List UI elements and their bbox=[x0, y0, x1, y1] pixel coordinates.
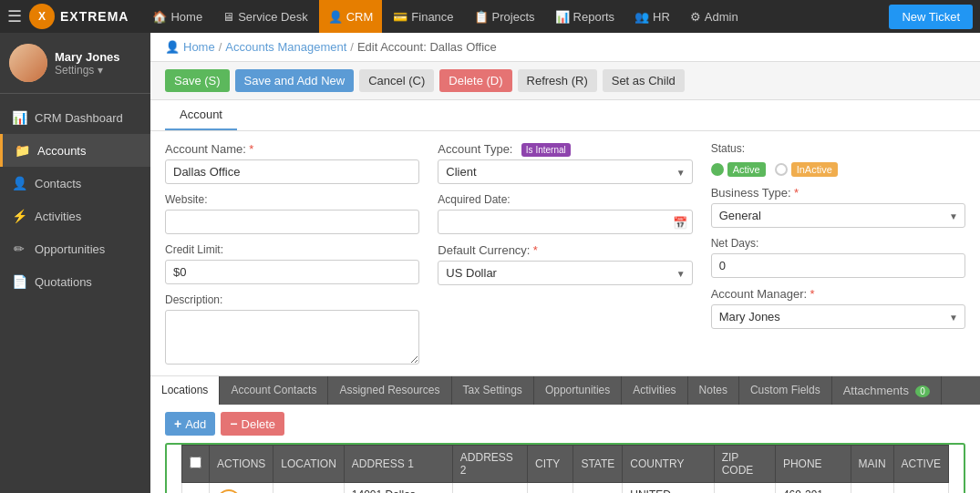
sidebar-item-accounts[interactable]: 📁 Accounts bbox=[0, 134, 150, 167]
status-group: Status: Active InActive bbox=[711, 142, 965, 177]
account-type-select[interactable]: Client Prospect Partner bbox=[438, 159, 692, 184]
quotations-icon: 📄 bbox=[11, 274, 27, 289]
user-settings-link[interactable]: Settings ▾ bbox=[55, 64, 141, 77]
projects-icon: 📋 bbox=[474, 10, 489, 24]
nav-service-desk[interactable]: 🖥 Service Desk bbox=[213, 0, 317, 33]
breadcrumb-accounts[interactable]: Accounts Management bbox=[225, 40, 346, 54]
user-info: Mary Jones Settings ▾ bbox=[55, 50, 141, 77]
sidebar-item-quotations[interactable]: 📄 Quotations bbox=[0, 265, 150, 298]
calendar-icon: 📅 bbox=[673, 215, 687, 229]
avatar-image bbox=[9, 44, 47, 82]
col-location: LOCATION bbox=[273, 446, 344, 483]
col-checkbox bbox=[182, 446, 210, 483]
delete-button[interactable]: Delete (D) bbox=[439, 69, 511, 92]
breadcrumb-home[interactable]: Home bbox=[183, 40, 215, 54]
hamburger-icon[interactable]: ☰ bbox=[7, 6, 22, 26]
active-radio-dot bbox=[711, 163, 724, 176]
tab-notes[interactable]: Notes bbox=[688, 376, 739, 405]
tab-account-contacts[interactable]: Account Contacts bbox=[220, 376, 328, 405]
table-toolbar: + Add − Delete bbox=[150, 405, 980, 443]
tab-tax-settings[interactable]: Tax Settings bbox=[452, 376, 534, 405]
service-desk-icon: 🖥 bbox=[222, 10, 234, 24]
description-group: Description: bbox=[165, 293, 419, 365]
bottom-tab-bar: Locations Account Contacts Assigned Reso… bbox=[150, 376, 980, 405]
breadcrumb-current: Edit Account: Dallas Office bbox=[357, 40, 497, 54]
sidebar-item-crm-dashboard[interactable]: 📊 CRM Dashboard bbox=[0, 101, 150, 134]
save-button[interactable]: Save (S) bbox=[165, 69, 230, 92]
logo-text: EXTREMA bbox=[60, 9, 129, 24]
breadcrumb: 👤 Home / Accounts Management / Edit Acco… bbox=[150, 33, 980, 62]
default-currency-wrapper: US Dollar Euro bbox=[438, 261, 692, 285]
row-country: UNITED STATES bbox=[623, 483, 714, 494]
tab-account[interactable]: Account bbox=[165, 100, 237, 130]
row-main bbox=[851, 483, 893, 494]
inactive-badge: InActive bbox=[791, 162, 838, 177]
activities-icon: ⚡ bbox=[11, 209, 27, 223]
main-content: 👤 Home / Accounts Management / Edit Acco… bbox=[150, 33, 980, 493]
form-col-2: Account Type: Is Internal Client Prospec… bbox=[438, 142, 692, 365]
nav-admin[interactable]: ⚙ Admin bbox=[681, 0, 748, 33]
account-manager-select[interactable]: Mary Jones John Smith bbox=[711, 304, 965, 329]
sidebar-item-opportunities[interactable]: ✏ Opportunities bbox=[0, 232, 150, 265]
default-currency-group: Default Currency: * US Dollar Euro bbox=[438, 243, 692, 285]
tab-activities[interactable]: Activities bbox=[622, 376, 687, 405]
acquired-date-label: Acquired Date: bbox=[438, 193, 692, 206]
delete-location-button[interactable]: − Delete bbox=[221, 412, 284, 436]
delete-row-icon: − bbox=[230, 416, 237, 431]
admin-icon: ⚙ bbox=[690, 10, 701, 24]
account-name-input[interactable] bbox=[165, 159, 419, 184]
opportunities-icon: ✏ bbox=[11, 241, 27, 256]
form-tab-bar: Account bbox=[150, 100, 980, 131]
tab-locations[interactable]: Locations bbox=[150, 376, 220, 405]
account-name-group: Account Name: * bbox=[165, 142, 419, 184]
tab-custom-fields[interactable]: Custom Fields bbox=[739, 376, 832, 405]
tab-opportunities[interactable]: Opportunities bbox=[534, 376, 622, 405]
nav-crm[interactable]: 👤 CRM bbox=[319, 0, 383, 33]
internal-badge: Is Internal bbox=[521, 143, 571, 157]
cancel-button[interactable]: Cancel (C) bbox=[359, 69, 434, 92]
description-input[interactable] bbox=[165, 310, 419, 365]
nav-hr[interactable]: 👥 HR bbox=[625, 0, 679, 33]
status-inactive-radio[interactable]: InActive bbox=[775, 162, 838, 177]
save-add-button[interactable]: Save and Add New bbox=[235, 69, 355, 92]
default-currency-select[interactable]: US Dollar Euro bbox=[438, 261, 692, 285]
net-days-input[interactable] bbox=[711, 253, 965, 278]
avatar bbox=[9, 44, 47, 82]
form-col-1: Account Name: * Website: Credit Limit: D… bbox=[165, 142, 419, 365]
nav-projects[interactable]: 📋 Projects bbox=[465, 0, 544, 33]
sidebar-nav: 📊 CRM Dashboard 📁 Accounts 👤 Contacts ⚡ … bbox=[0, 94, 150, 493]
business-type-select[interactable]: General Retail bbox=[711, 203, 965, 228]
default-currency-label: Default Currency: * bbox=[438, 243, 692, 257]
nav-home[interactable]: 🏠 Home bbox=[143, 0, 211, 33]
credit-limit-input[interactable] bbox=[165, 260, 419, 284]
row-city: Dallas bbox=[528, 483, 573, 494]
col-city: CITY bbox=[528, 446, 573, 483]
acquired-date-group: Acquired Date: 📅 bbox=[438, 193, 692, 234]
locations-table-container: ACTIONS LOCATION ADDRESS 1 ADDRESS 2 CIT… bbox=[165, 443, 965, 493]
row-active bbox=[893, 483, 948, 494]
active-badge: Active bbox=[727, 162, 766, 177]
nav-reports[interactable]: 📊 Reports bbox=[546, 0, 624, 33]
select-all-checkbox[interactable] bbox=[190, 457, 201, 468]
sidebar-item-contacts[interactable]: 👤 Contacts bbox=[0, 167, 150, 200]
acquired-date-input[interactable] bbox=[438, 210, 692, 234]
business-type-wrapper: General Retail bbox=[711, 203, 965, 228]
tab-assigned-resources[interactable]: Assigned Resources bbox=[328, 376, 451, 405]
inactive-radio-dot bbox=[775, 163, 788, 176]
tab-attachments[interactable]: Attachments 0 bbox=[832, 376, 942, 405]
set-as-child-button[interactable]: Set as Child bbox=[603, 69, 685, 92]
col-active: ACTIVE bbox=[893, 446, 948, 483]
description-label: Description: bbox=[165, 293, 419, 306]
row-address2: Suite 1220 bbox=[452, 483, 527, 494]
status-active-radio[interactable]: Active bbox=[711, 162, 766, 177]
table-row: ✎ Dallas 14001 Dallas Parkway Suite 1220… bbox=[182, 483, 949, 494]
account-type-wrapper: Client Prospect Partner bbox=[438, 159, 692, 184]
nav-finance[interactable]: 💳 Finance bbox=[384, 0, 462, 33]
new-ticket-button[interactable]: New Ticket bbox=[889, 5, 973, 29]
net-days-group: Net Days: bbox=[711, 237, 965, 278]
add-location-button[interactable]: + Add bbox=[165, 412, 215, 436]
website-input[interactable] bbox=[165, 210, 419, 234]
sidebar-item-activities[interactable]: ⚡ Activities bbox=[0, 200, 150, 232]
edit-row-button[interactable]: ✎ bbox=[217, 489, 241, 493]
refresh-button[interactable]: Refresh (R) bbox=[518, 69, 597, 92]
